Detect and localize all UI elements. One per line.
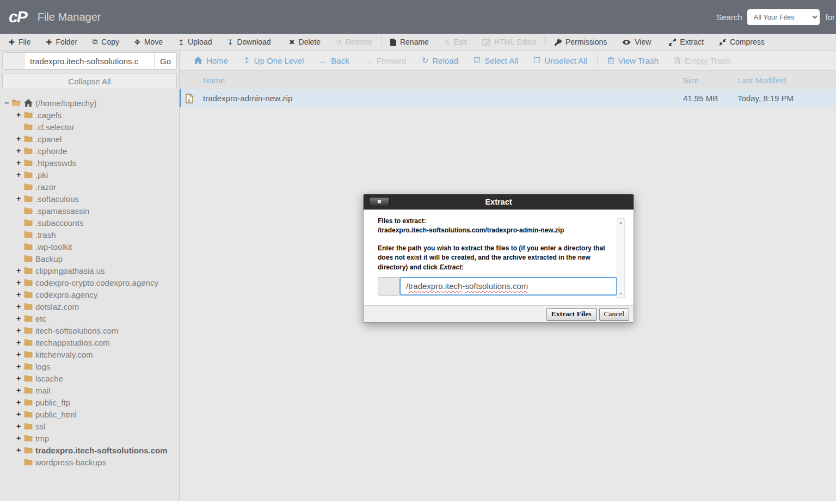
folder-icon <box>24 386 33 394</box>
tree-item[interactable]: +mail <box>0 384 179 396</box>
tree-item[interactable]: .spamassassin <box>0 205 179 217</box>
tree-item[interactable]: .razor <box>0 181 179 193</box>
tree-item[interactable]: +codexpro-crypto.codexpro.agency <box>0 276 179 288</box>
folder-icon <box>24 183 33 190</box>
tree-expander-icon[interactable]: + <box>16 422 24 431</box>
collapse-all-button[interactable]: Collapse All <box>2 73 177 89</box>
toolbar-item-download[interactable]: ↧Download <box>219 34 278 50</box>
tree-item[interactable]: +.htpasswds <box>0 157 179 169</box>
tree-item[interactable]: +etc <box>0 312 179 324</box>
nav-item-up-one-level[interactable]: ↥Up One Level <box>236 51 311 70</box>
toolbar-item-delete[interactable]: ✖Delete <box>281 34 328 50</box>
nav-item-back[interactable]: ←Back <box>311 51 356 70</box>
tree-expander-icon[interactable]: + <box>16 302 24 311</box>
tree-expander-icon[interactable]: + <box>16 350 24 359</box>
tree-expander-icon[interactable]: + <box>16 314 24 323</box>
tree-expander-icon[interactable]: + <box>16 110 24 119</box>
tree-expander-icon[interactable]: + <box>16 434 24 442</box>
tree-item[interactable]: −(/home/toptechy) <box>0 97 179 109</box>
cpanel-logo: cP <box>9 8 27 26</box>
toolbar-item-rename[interactable]: Rename <box>383 34 437 50</box>
toolbar-item-file[interactable]: ✚File <box>1 34 38 50</box>
action-toolbar: ✚File✚Folder⧉Copy✥Move↥Upload↧Download✖D… <box>0 34 836 51</box>
nav-item-home[interactable]: Home <box>186 51 236 70</box>
nav-item-unselect-all[interactable]: ☐Unselect All <box>526 51 595 70</box>
close-icon[interactable]: ✖ <box>369 197 390 206</box>
tree-item[interactable]: .subaccounts <box>0 217 179 229</box>
tree-expander-icon[interactable]: + <box>16 146 24 155</box>
column-header-last-modified[interactable]: Last Modified <box>737 71 786 89</box>
toolbar-item-folder-label: Folder <box>56 38 77 46</box>
tree-expander-icon[interactable]: + <box>16 374 24 383</box>
toolbar-item-move[interactable]: ✥Move <box>127 34 170 50</box>
tree-item[interactable]: .wp-toolkit <box>0 241 179 253</box>
tree-item[interactable]: +public_html <box>0 408 179 420</box>
path-input[interactable]: tradexpro.itech-softsolutions.c <box>24 53 154 69</box>
column-header-name[interactable]: Name <box>203 71 225 89</box>
nav-item-reload[interactable]: ↻Reload <box>414 51 466 70</box>
file-list-header: Name Size Last Modified <box>180 71 836 89</box>
tree-item[interactable]: +dotslaz.com <box>0 300 179 312</box>
tree-item[interactable]: +logs <box>0 360 179 372</box>
tree-item[interactable]: +tradexpro.itech-softsolutions.com <box>0 444 179 456</box>
tree-item[interactable]: +.cagefs <box>0 109 179 121</box>
tree-item[interactable]: +kitchenvaly.com <box>0 348 179 360</box>
tree-expander-icon[interactable]: + <box>16 278 24 287</box>
tree-expander-icon[interactable]: + <box>16 362 24 371</box>
toolbar-item-copy[interactable]: ⧉Copy <box>85 34 127 50</box>
tree-expander-icon[interactable]: + <box>16 290 24 299</box>
folder-icon <box>24 422 33 430</box>
tree-expander-icon[interactable]: − <box>4 99 12 107</box>
toolbar-item-permissions[interactable]: Permissions <box>547 34 614 50</box>
nav-item-empty-trash: Empty Trash <box>666 51 738 70</box>
tree-expander-icon[interactable]: + <box>16 134 24 143</box>
toolbar-item-extract[interactable]: Extract <box>661 34 711 50</box>
tree-expander-icon[interactable]: + <box>16 446 24 454</box>
table-row[interactable]: tradexpro-admin-new.zip41.95 MBToday, 8:… <box>180 89 836 107</box>
nav-item-select-all[interactable]: ☑Select All <box>466 51 526 70</box>
tree-expander-icon[interactable]: + <box>16 386 24 395</box>
tree-expander-icon[interactable]: + <box>16 410 24 419</box>
tree-item[interactable]: +itech-softsolutions.com <box>0 324 179 336</box>
dialog-scrollbar[interactable]: ▲ ▼ <box>617 218 625 298</box>
toolbar-item-upload[interactable]: ↥Upload <box>170 34 219 50</box>
tree-item[interactable]: wordpress-backups <box>0 456 179 468</box>
cancel-button[interactable]: Cancel <box>599 308 629 321</box>
plus-icon: ✚ <box>9 38 15 46</box>
tree-item[interactable]: .cl.selector <box>0 121 179 133</box>
extract-path-input[interactable]: /tradexpro.itech-softsolutions.com <box>399 277 617 296</box>
tree-item[interactable]: +.cpanel <box>0 133 179 145</box>
tree-expander-icon[interactable]: + <box>16 170 24 179</box>
toolbar-item-compress[interactable]: Compress <box>711 34 772 50</box>
toolbar-item-view[interactable]: View <box>614 34 659 50</box>
scroll-down-icon[interactable]: ▼ <box>617 292 624 296</box>
tree-item[interactable]: .trash <box>0 229 179 241</box>
home-icon <box>3 53 24 69</box>
tree-item[interactable]: Backup <box>0 253 179 265</box>
tree-item[interactable]: +.cphorde <box>0 145 179 157</box>
tree-item[interactable]: +lscache <box>0 372 179 384</box>
tree-item-label: etc <box>35 314 46 323</box>
toolbar-item-folder[interactable]: ✚Folder <box>38 34 85 50</box>
scroll-up-icon[interactable]: ▲ <box>617 220 624 224</box>
tree-expander-icon[interactable]: + <box>16 194 24 203</box>
extract-files-button[interactable]: Extract Files <box>546 308 597 321</box>
instruction-suffix: : <box>462 263 464 271</box>
tree-item[interactable]: +tmp <box>0 432 179 444</box>
tree-item[interactable]: +itechappstudios.com <box>0 336 179 348</box>
tree-expander-icon[interactable]: + <box>16 326 24 335</box>
tree-expander-icon[interactable]: + <box>16 338 24 347</box>
tree-expander-icon[interactable]: + <box>16 266 24 275</box>
search-scope-select[interactable]: All Your Files <box>747 9 820 25</box>
tree-item[interactable]: +.pki <box>0 169 179 181</box>
tree-item[interactable]: +.softaculous <box>0 193 179 205</box>
tree-item[interactable]: +codexpro.agency <box>0 288 179 300</box>
nav-item-view-trash[interactable]: View Trash <box>600 51 666 70</box>
go-button[interactable]: Go <box>154 53 176 69</box>
tree-item[interactable]: +clippingpathasia.us <box>0 265 179 276</box>
tree-expander-icon[interactable]: + <box>16 158 24 167</box>
tree-item[interactable]: +public_ftp <box>0 396 179 408</box>
tree-expander-icon[interactable]: + <box>16 398 24 407</box>
column-header-size[interactable]: Size <box>683 71 699 89</box>
tree-item[interactable]: +ssl <box>0 420 179 432</box>
